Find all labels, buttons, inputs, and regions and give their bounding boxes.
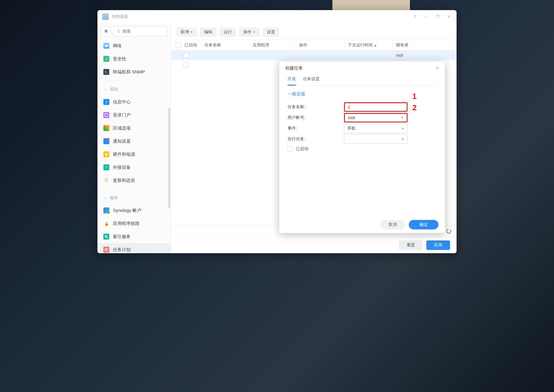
col-enabled[interactable]: 已启动	[171, 40, 201, 50]
sidebar-item-label: 终端机和 SNMP	[113, 69, 145, 75]
close-button[interactable]: ✕	[446, 14, 452, 19]
caret-down-icon: ▼	[401, 127, 404, 130]
region-icon	[103, 125, 109, 131]
calendar-icon	[103, 247, 109, 253]
shield-icon	[103, 56, 109, 62]
toolbar: 新增▼ 编辑 运行 操作▼ 设置	[171, 23, 457, 40]
sidebar-item-label: 安全性	[113, 56, 126, 62]
bulb-icon	[103, 151, 109, 157]
cell-owner: root	[393, 51, 457, 60]
label-event: 事件:	[288, 126, 344, 131]
sidebar-item-label: 登录门户	[113, 112, 131, 118]
sidebar-item-label: 应用程序权限	[113, 221, 140, 226]
sidebar-group-services[interactable]: 服务	[97, 192, 171, 204]
search-box[interactable]	[113, 26, 167, 36]
create-task-dialog: 创建任务 × 常规 任务设置 一般设置 任务名称:	[279, 62, 445, 233]
enabled-checkbox[interactable]	[288, 146, 293, 152]
task-name-input[interactable]	[344, 102, 408, 112]
index-icon	[103, 234, 109, 240]
sidebar-item-label: 硬件和电源	[113, 152, 135, 157]
maximize-button[interactable]: ❐	[435, 14, 441, 19]
pretask-select[interactable]: ▼	[344, 134, 408, 144]
home-icon	[104, 29, 108, 34]
action-button[interactable]: 操作▼	[239, 27, 260, 37]
cancel-button[interactable]: 取消	[380, 220, 405, 229]
sidebar-item-label: 更新和还原	[113, 178, 135, 183]
row-checkbox[interactable]	[184, 53, 189, 58]
window-title: 控制面板	[112, 14, 128, 19]
search-input[interactable]	[122, 29, 164, 34]
sidebar-group-system[interactable]: 系统	[97, 84, 171, 95]
app-icon	[102, 13, 109, 20]
apply-button[interactable]: 应用	[426, 240, 450, 250]
sidebar-item-index[interactable]: 索引服务	[97, 230, 171, 243]
sidebar-item-external[interactable]: 外接设备	[97, 161, 171, 174]
col-next[interactable]: 下次运行时间▲	[345, 40, 393, 50]
dialog-close-button[interactable]: ×	[435, 65, 439, 71]
chevron-up-icon	[103, 88, 107, 91]
minimize-button[interactable]: —	[423, 14, 429, 19]
annotation-1: 1	[412, 92, 416, 101]
tab-task-settings[interactable]: 任务设置	[303, 75, 320, 86]
label-enabled: 已启动	[296, 146, 308, 152]
main-panel: 新增▼ 编辑 运行 操作▼ 设置 已启动 任务名称 应用程序 操作 下次运行时间…	[171, 23, 457, 253]
caret-down-icon: ▼	[253, 31, 255, 34]
col-owner[interactable]: 拥有者	[393, 40, 457, 50]
titlebar: 控制面板 ? — ❐ ✕	[97, 10, 457, 23]
sort-asc-icon: ▲	[374, 44, 377, 47]
footer: 重置 应用	[171, 237, 457, 253]
run-button[interactable]: 运行	[220, 27, 236, 37]
search-icon	[117, 29, 121, 34]
row-checkbox[interactable]	[184, 62, 189, 67]
reset-button[interactable]: 重置	[399, 240, 423, 250]
col-app[interactable]: 应用程序	[250, 40, 296, 50]
sidebar-item-login[interactable]: 登录门户	[97, 108, 171, 122]
sidebar-item-region[interactable]: 区域选项	[97, 122, 171, 135]
sidebar-item-task-scheduler[interactable]: 任务计划	[97, 243, 171, 253]
sidebar-item-label: 网络	[113, 43, 122, 49]
settings-button[interactable]: 设置	[263, 27, 279, 37]
sidebar-scrollbar[interactable]	[168, 108, 170, 209]
control-panel-window: 控制面板 ? — ❐ ✕ 网络	[97, 10, 457, 253]
network-icon	[103, 43, 109, 49]
lock-icon	[103, 221, 109, 226]
sidebar-item-update[interactable]: 更新和还原	[97, 174, 171, 187]
account-icon	[103, 207, 109, 213]
add-button[interactable]: 新增▼	[176, 27, 197, 37]
tab-general[interactable]: 常规	[288, 75, 296, 86]
sidebar-item-label: 区域选项	[113, 125, 131, 131]
col-name[interactable]: 任务名称	[201, 40, 250, 50]
sidebar-item-label: 通知设置	[113, 138, 131, 144]
event-select[interactable]: 开机 ▼	[344, 124, 408, 133]
sidebar: 网络 安全性 终端机和 SNMP 系统 信息中心	[97, 23, 171, 253]
home-button[interactable]	[101, 26, 111, 36]
caret-down-icon: ▼	[401, 116, 404, 119]
caret-down-icon: ▼	[401, 138, 404, 141]
sidebar-item-label: 外接设备	[113, 165, 131, 170]
sidebar-item-info[interactable]: 信息中心	[97, 95, 171, 108]
update-icon	[103, 177, 109, 183]
help-icon[interactable]: ?	[412, 14, 418, 19]
sidebar-item-label: 信息中心	[113, 99, 131, 105]
chevron-up-icon	[103, 196, 107, 200]
sidebar-item-permission[interactable]: 应用程序权限	[97, 217, 171, 230]
ok-button[interactable]: 确定	[409, 220, 438, 229]
sidebar-item-label: Synology 帐户	[113, 208, 141, 213]
sidebar-item-terminal[interactable]: 终端机和 SNMP	[97, 65, 171, 78]
label-pretask: 先行任务:	[288, 136, 344, 142]
sidebar-item-hardware[interactable]: 硬件和电源	[97, 148, 171, 161]
col-op[interactable]: 操作	[296, 40, 345, 50]
table-row[interactable]: root	[171, 51, 457, 60]
dialog-title: 创建任务	[285, 65, 303, 71]
reload-icon[interactable]	[446, 228, 452, 234]
user-select[interactable]: root ▼	[344, 113, 408, 122]
sidebar-item-synology[interactable]: Synology 帐户	[97, 204, 171, 217]
edit-button[interactable]: 编辑	[200, 27, 217, 37]
sidebar-item-network[interactable]: 网络	[97, 39, 171, 52]
sidebar-item-notification[interactable]: 通知设置	[97, 135, 171, 148]
terminal-icon	[103, 69, 109, 75]
label-task-name: 任务名称:	[288, 104, 344, 110]
sidebar-item-security[interactable]: 安全性	[97, 52, 171, 65]
header-checkbox[interactable]	[176, 42, 181, 48]
sidebar-item-label: 索引服务	[113, 234, 131, 240]
